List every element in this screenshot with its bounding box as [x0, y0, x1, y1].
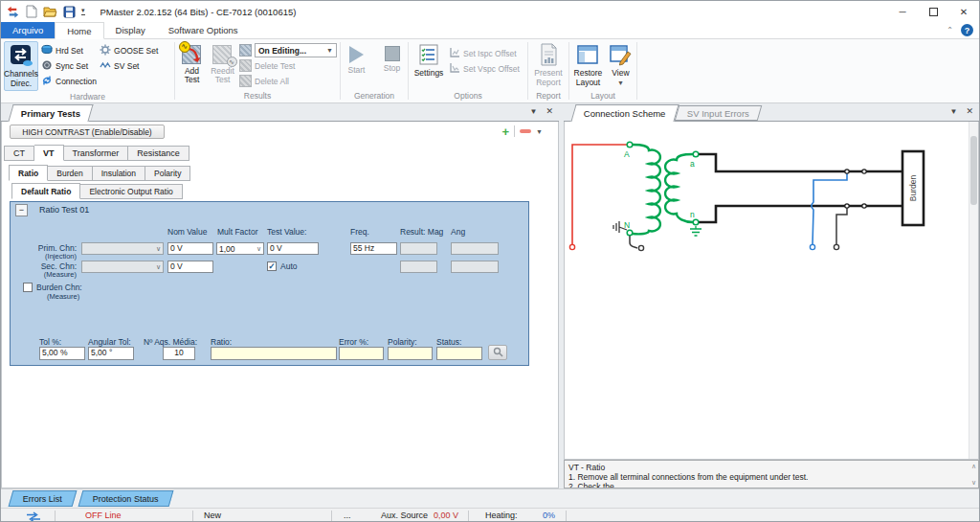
stop-button[interactable]: Stop — [379, 41, 405, 75]
collapse-ribbon-icon[interactable]: ⌃ — [947, 26, 953, 34]
set-vspc-offset-button[interactable]: Set Vspc Offset — [449, 62, 520, 75]
panel-close-icon[interactable]: ✕ — [966, 106, 973, 116]
remove-caret-icon[interactable]: ▼ — [536, 128, 543, 135]
scrollbar-thumb[interactable] — [970, 136, 977, 205]
terminal-n[interactable] — [693, 219, 699, 225]
panel-close-icon[interactable]: ✕ — [546, 106, 553, 116]
tab-ct[interactable]: CT — [4, 146, 34, 161]
sync-set-button[interactable]: Sync Set — [41, 59, 97, 72]
channels-direc-button[interactable]: Channels Direc. — [4, 41, 38, 91]
scroll-down-icon[interactable]: ∨ — [971, 479, 976, 486]
file-state: New — [204, 511, 221, 520]
view-button[interactable]: View ▼ — [608, 41, 634, 88]
connection-icon — [41, 75, 53, 88]
blue-terminal[interactable] — [810, 244, 814, 249]
delete-all-button[interactable]: Delete All — [239, 75, 337, 87]
sec-nom-value-field[interactable]: 0 V — [167, 261, 213, 273]
save-icon[interactable] — [63, 6, 76, 18]
new-file-icon[interactable] — [26, 5, 37, 18]
group-label-generation: Generation — [341, 90, 408, 102]
tab-sv-input-errors[interactable]: SV Input Errors — [674, 105, 762, 121]
mult-factor-select[interactable]: 1,00∨ — [216, 242, 264, 255]
remove-icon[interactable] — [520, 129, 531, 133]
prim-chn-select[interactable]: ∨ — [81, 242, 164, 255]
test-state-dropdown[interactable]: On Editing... ▼ — [255, 43, 337, 57]
tab-home[interactable]: Home — [55, 22, 103, 39]
tab-electronic-output-ratio[interactable]: Electronic Output Ratio — [80, 184, 182, 199]
present-report-button[interactable]: Present Report — [531, 41, 566, 89]
tab-arquivo[interactable]: Arquivo — [1, 22, 55, 38]
scroll-up-icon[interactable]: ∧ — [971, 463, 976, 469]
tab-errors-list[interactable]: Errors List — [9, 490, 78, 507]
prim-nom-value-field[interactable]: 0 V — [167, 242, 213, 255]
minimize-button[interactable]: ─ — [887, 1, 918, 22]
settings-button[interactable]: Settings — [412, 41, 446, 80]
red-terminal[interactable] — [569, 244, 574, 249]
connection-toggle-icon[interactable] — [26, 511, 41, 522]
instructions-scrollbar[interactable]: ∧ ∨ — [971, 463, 976, 486]
collapse-test-icon[interactable]: − — [15, 204, 28, 216]
reedit-test-button[interactable]: ∿ Reedit Test — [209, 41, 236, 87]
spare-terminal[interactable] — [638, 245, 643, 250]
terminal-n-label: n — [690, 210, 695, 219]
tab-ratio[interactable]: Ratio — [9, 165, 48, 181]
open-file-icon[interactable] — [43, 6, 57, 17]
set-ispc-offset-button[interactable]: Set Ispc Offset — [449, 47, 520, 59]
panel-menu-caret-icon[interactable]: ▼ — [530, 107, 538, 116]
freq-field[interactable]: 55 Hz — [350, 242, 397, 255]
hrd-set-button[interactable]: Hrd Set — [41, 44, 97, 57]
error-label: Error %: — [339, 337, 368, 347]
add-icon[interactable]: + — [501, 125, 509, 138]
terminal-a[interactable] — [693, 151, 699, 157]
inspect-result-button[interactable] — [488, 345, 507, 360]
maximize-button[interactable] — [918, 1, 948, 22]
add-test-button[interactable]: ∿ Add Test — [178, 41, 206, 87]
ratio-label: Ratio: — [211, 337, 232, 347]
aux-source-value: 0,00 V — [434, 511, 458, 520]
close-button[interactable]: ✕ — [948, 1, 979, 22]
tab-insulation[interactable]: Insulation — [93, 166, 145, 181]
node — [845, 170, 849, 173]
help-icon[interactable]: ? — [961, 24, 973, 36]
ribbon-group-generation: Start Stop Generation — [341, 39, 408, 102]
vt-test-tabs: Ratio Burden Insulation Polarity — [9, 166, 190, 181]
panel-menu-caret-icon[interactable]: ▼ — [950, 107, 958, 116]
goose-set-button[interactable]: GOOSE Set — [100, 44, 158, 57]
start-button[interactable]: Start — [344, 41, 369, 77]
checkbox-unchecked-icon — [23, 283, 33, 292]
tab-connection-scheme[interactable]: Connection Scheme — [570, 104, 679, 122]
tab-resistance[interactable]: Resistance — [128, 146, 189, 161]
tab-protection-status[interactable]: Protection Status — [78, 490, 173, 507]
sv-set-icon — [100, 59, 111, 73]
high-contrast-button[interactable]: HIGH CONTRAST (Enable/Disable) — [10, 125, 165, 139]
delete-test-button[interactable]: Delete Test — [239, 59, 337, 72]
sec-chn-select[interactable]: ∨ — [81, 261, 164, 273]
tab-vt[interactable]: VT — [34, 145, 64, 161]
tab-default-ratio[interactable]: Default Ratio — [11, 183, 80, 199]
statusbar: OFF Line New ... Aux. Source 0,00 V Heat… — [1, 508, 979, 522]
quick-access-more-icon[interactable]: ▾ — [81, 8, 85, 15]
tab-display[interactable]: Display — [104, 22, 157, 38]
burden-chn-sublabel: (Measure) — [47, 292, 79, 301]
angular-tol-field[interactable]: 5,00 ° — [88, 347, 134, 360]
error-field — [339, 347, 384, 360]
aqs-media-field[interactable]: 10 — [163, 347, 195, 360]
auto-checkbox[interactable]: ✓ Auto — [267, 261, 298, 271]
vertical-scrollbar[interactable] — [969, 122, 978, 459]
restore-layout-button[interactable]: Restore Layout — [572, 41, 604, 89]
ribbon-group-report: Present Report Report — [528, 39, 568, 102]
terminal-N[interactable] — [627, 230, 633, 236]
gray-terminal[interactable] — [834, 244, 838, 249]
tab-primary-tests[interactable]: Primary Tests — [8, 104, 93, 122]
tab-burden[interactable]: Burden — [48, 166, 92, 181]
sv-set-button[interactable]: SV Set — [100, 59, 158, 72]
hrd-set-icon — [41, 44, 53, 57]
tab-polarity[interactable]: Polarity — [145, 166, 190, 181]
prim-test-value-field[interactable]: 0 V — [267, 242, 319, 255]
connection-button[interactable]: Connection — [41, 75, 97, 87]
terminal-A[interactable] — [627, 142, 633, 148]
tab-software-options[interactable]: Software Options — [157, 22, 250, 38]
tab-transformer[interactable]: Transformer — [64, 146, 129, 161]
tol-field[interactable]: 5,00 % — [39, 347, 85, 360]
burden-chn-checkbox[interactable]: Burden Chn: — [23, 283, 82, 292]
